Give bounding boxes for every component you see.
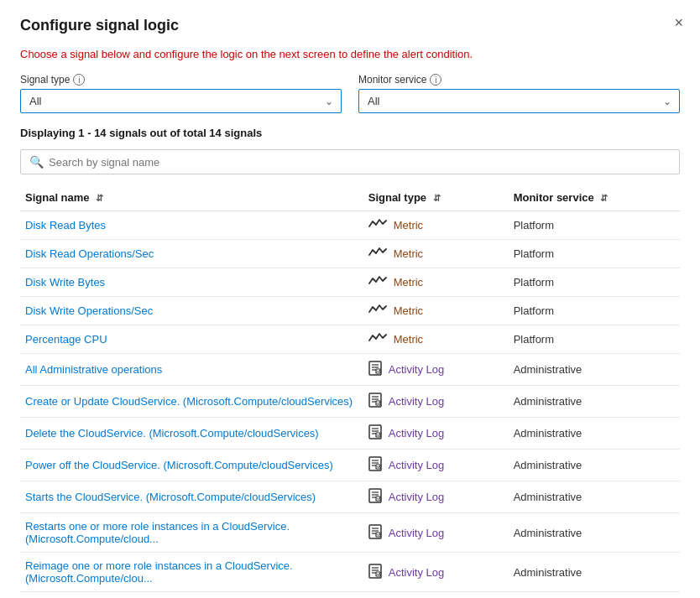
column-header-signal-name[interactable]: Signal name ⇵ <box>20 185 363 211</box>
monitor-service-info-icon[interactable]: i <box>430 74 441 86</box>
signal-type-label: Activity Log <box>389 427 444 439</box>
metric-icon <box>368 218 387 232</box>
table-row: Starts the CloudService. (Microsoft.Comp… <box>20 481 680 513</box>
activity-log-icon <box>368 564 382 581</box>
signal-name-link[interactable]: Disk Read Bytes <box>25 219 106 231</box>
activity-log-icon <box>368 424 382 442</box>
table-row: Reimage one or more role instances in a … <box>20 553 680 592</box>
signal-type-label: Activity Log <box>389 491 444 503</box>
close-button[interactable]: × <box>674 15 683 30</box>
activity-log-icon <box>368 361 382 378</box>
metric-icon <box>368 275 387 289</box>
svg-rect-14 <box>376 433 380 437</box>
activity-log-icon <box>368 393 382 410</box>
monitor-service-filter: Monitor service i All Platform Administr… <box>358 74 680 113</box>
table-row: Disk Read Operations/SecMetricPlatform <box>20 240 680 268</box>
signal-name-link[interactable]: Percentage CPU <box>25 333 107 346</box>
monitor-service-value: Platform <box>509 268 680 297</box>
metric-icon <box>368 304 387 318</box>
signal-name-link[interactable]: All Administrative operations <box>25 363 162 376</box>
table-row: Rebuilds all the disks in the role insta… <box>20 592 680 599</box>
signal-name-link[interactable]: Disk Write Bytes <box>25 276 105 289</box>
signal-type-label: Activity Log <box>389 527 444 539</box>
signal-type-label: Activity Log <box>389 395 444 408</box>
monitor-service-value: Administrative <box>509 553 680 592</box>
metric-icon <box>368 247 387 261</box>
monitor-service-value: Platform <box>509 211 680 240</box>
signal-name-link[interactable]: Delete the CloudService. (Microsoft.Comp… <box>25 427 319 439</box>
signal-type-label: Metric <box>394 304 423 317</box>
signal-name-link[interactable]: Create or Update CloudService. (Microsof… <box>25 395 353 408</box>
monitor-service-value: Platform <box>509 325 680 354</box>
signal-name-link[interactable]: Reimage one or more role instances in a … <box>25 559 293 585</box>
svg-rect-4 <box>376 369 380 373</box>
monitor-service-value: Administrative <box>509 481 680 513</box>
monitor-service-value: Administrative <box>509 386 680 418</box>
table-row: Disk Read BytesMetricPlatform <box>20 211 680 240</box>
table-row: Disk Write BytesMetricPlatform <box>20 268 680 297</box>
table-row: Percentage CPUMetricPlatform <box>20 325 680 354</box>
signals-table: Signal name ⇵ Signal type ⇵ Monitor serv… <box>20 185 680 598</box>
signal-type-label: Activity Log <box>389 566 444 579</box>
monitor-service-sort-icon: ⇵ <box>600 193 608 203</box>
signal-type-label: Metric <box>394 276 423 289</box>
signal-name-link[interactable]: Power off the CloudService. (Microsoft.C… <box>25 459 333 471</box>
metric-icon <box>368 332 387 346</box>
signal-name-link[interactable]: Disk Read Operations/Sec <box>25 247 154 260</box>
signal-type-sort-icon: ⇵ <box>433 193 441 203</box>
monitor-service-value: Administrative <box>509 450 680 481</box>
table-row: Power off the CloudService. (Microsoft.C… <box>20 450 680 481</box>
monitor-service-value: Administrative <box>509 354 680 386</box>
configure-signal-panel: Configure signal logic × Choose a signal… <box>0 0 700 598</box>
table-row: All Administrative operationsActivity Lo… <box>20 354 680 386</box>
panel-title: Configure signal logic <box>20 17 680 34</box>
table-header-row: Signal name ⇵ Signal type ⇵ Monitor serv… <box>20 185 680 211</box>
svg-rect-24 <box>376 497 380 501</box>
monitor-service-value: Platform <box>509 240 680 268</box>
monitor-service-value: Administrative <box>509 418 680 450</box>
table-row: Restarts one or more role instances in a… <box>20 513 680 553</box>
monitor-service-value: Administrative <box>509 513 680 553</box>
monitor-service-select-wrapper: All Platform Administrative ⌄ <box>358 89 680 113</box>
monitor-service-select[interactable]: All Platform Administrative <box>358 89 680 113</box>
column-header-monitor-service[interactable]: Monitor service ⇵ <box>509 185 680 211</box>
column-header-signal-type[interactable]: Signal type ⇵ <box>363 185 509 211</box>
search-box: 🔍 <box>20 149 680 174</box>
signal-type-filter: Signal type i All Metric Activity Log ⌄ <box>20 74 342 113</box>
svg-rect-34 <box>376 572 380 576</box>
table-row: Disk Write Operations/SecMetricPlatform <box>20 297 680 325</box>
svg-rect-19 <box>376 465 380 469</box>
filters-row: Signal type i All Metric Activity Log ⌄ … <box>20 74 680 113</box>
signal-name-sort-icon: ⇵ <box>96 193 103 203</box>
signal-type-info-icon[interactable]: i <box>73 74 85 86</box>
signal-name-link[interactable]: Disk Write Operations/Sec <box>25 304 153 317</box>
svg-rect-9 <box>376 401 380 405</box>
signal-type-label: Activity Log <box>389 459 444 471</box>
monitor-service-label: Monitor service i <box>358 74 680 86</box>
monitor-service-value: Platform <box>509 297 680 325</box>
activity-log-icon <box>368 524 382 542</box>
table-row: Delete the CloudService. (Microsoft.Comp… <box>20 418 680 450</box>
description-text: Choose a signal below and configure the … <box>20 48 680 60</box>
svg-rect-29 <box>376 533 380 537</box>
signal-type-label: Metric <box>394 219 423 231</box>
signal-type-select[interactable]: All Metric Activity Log <box>20 89 342 113</box>
table-row: Create or Update CloudService. (Microsof… <box>20 386 680 418</box>
search-input[interactable] <box>49 156 671 169</box>
signal-type-label: Activity Log <box>389 363 444 376</box>
search-icon: 🔍 <box>29 155 44 169</box>
activity-log-icon <box>368 488 382 506</box>
signal-type-label: Metric <box>394 333 423 346</box>
signal-type-label: Signal type i <box>20 74 342 86</box>
display-count: Displaying 1 - 14 signals out of total 1… <box>20 127 680 139</box>
signal-name-link[interactable]: Restarts one or more role instances in a… <box>25 520 290 545</box>
signal-type-label: Metric <box>394 247 423 260</box>
monitor-service-value: Administrative <box>509 592 680 599</box>
signal-type-select-wrapper: All Metric Activity Log ⌄ <box>20 89 342 113</box>
signal-name-link[interactable]: Starts the CloudService. (Microsoft.Comp… <box>25 491 316 503</box>
activity-log-icon <box>368 456 382 474</box>
